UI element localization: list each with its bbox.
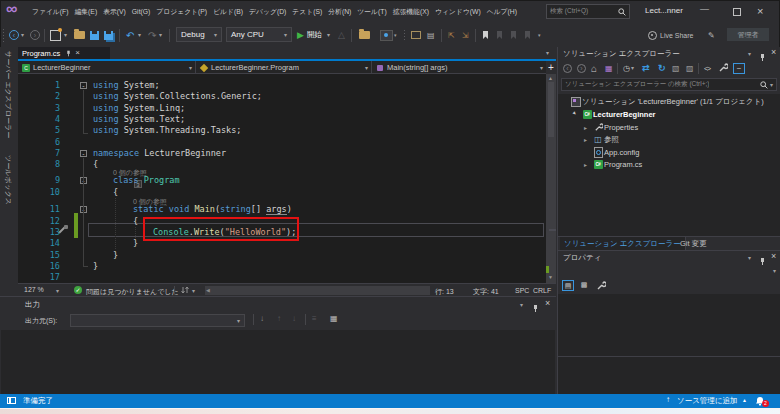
screenshot-chevron[interactable]: ▾ — [394, 23, 397, 47]
menu-4[interactable]: プロジェクト(P) — [153, 7, 210, 17]
doc-list-chevron-icon[interactable]: ▾ — [546, 50, 549, 56]
save-all-icon[interactable] — [104, 23, 113, 47]
bookmark-clear-icon[interactable] — [525, 23, 530, 47]
live-share-label[interactable]: Live Share — [660, 23, 693, 47]
breadcrumb-class[interactable]: LecturerBeginner.Program ▾ — [196, 61, 372, 74]
se-show-all-files-icon[interactable]: ▧ — [672, 62, 680, 74]
scroll-up-icon[interactable]: ▲ — [548, 75, 553, 81]
scroll-thumb[interactable] — [548, 82, 554, 137]
output-clear-icon[interactable]: ▦ — [330, 314, 338, 323]
pin-icon[interactable] — [66, 49, 72, 56]
add-to-source-control[interactable]: ソース管理に追加 — [677, 396, 738, 406]
output-menu-chevron-icon[interactable]: ▾ — [520, 302, 523, 308]
output-source-combo[interactable]: ▾ — [70, 314, 245, 327]
tree-item-4[interactable]: App.config — [558, 146, 780, 158]
platform-combo[interactable]: Any CPU▾ — [226, 27, 292, 42]
menu-2[interactable]: 表示(V) — [100, 7, 129, 17]
maximize-button[interactable] — [733, 8, 741, 16]
scroll-down-icon[interactable]: ▼ — [548, 274, 553, 280]
nav-doc2-icon[interactable]: ⇲ — [462, 23, 469, 47]
property-pages-wrench-icon[interactable] — [596, 281, 606, 291]
tab-close-icon[interactable]: × — [75, 49, 80, 57]
nav-doc1-icon[interactable]: ⇱ — [448, 23, 455, 47]
properties-menu-chevron-icon[interactable]: ▾ — [748, 255, 751, 261]
properties-close-icon[interactable]: × — [771, 251, 776, 261]
live-share-icon[interactable] — [648, 23, 657, 47]
add-item-folder-icon[interactable] — [359, 23, 370, 47]
se-collapse-all-icon[interactable]: − — [733, 62, 745, 74]
se-code-icon[interactable]: <> — [704, 62, 710, 74]
tree-item-3[interactable]: ▸◫参照 — [558, 134, 780, 146]
output-content[interactable] — [1, 330, 555, 394]
tab-git-changes[interactable]: Git 変更 — [680, 239, 707, 249]
categorized-icon[interactable]: ▤ — [562, 280, 574, 291]
nav-back-icon[interactable]: ‹ — [9, 23, 19, 47]
diff-icon[interactable] — [181, 286, 189, 294]
se-collapse-assets-icon[interactable]: ▨ — [686, 62, 694, 74]
output-goto-icon[interactable]: ↓ — [260, 314, 264, 323]
tree-item-5[interactable]: ▸C#Program.cs — [558, 159, 780, 171]
bookmark-icon[interactable] — [483, 23, 488, 47]
tab-solution-explorer[interactable]: ソリューション エクスプローラー — [560, 237, 686, 251]
se-forward-icon[interactable]: › — [577, 62, 586, 74]
breadcrumb-project[interactable]: C LecturerBeginner ▾ — [18, 61, 196, 74]
menu-12[interactable]: ヘルプ(H) — [484, 7, 520, 17]
alphabetical-icon[interactable]: ▩ — [578, 280, 590, 291]
menu-10[interactable]: 拡張機能(X) — [390, 7, 432, 17]
horizontal-scrollbar[interactable]: ◀ — [205, 286, 430, 295]
se-sync-icon[interactable]: ⇄ — [642, 62, 650, 74]
rail-tab-0[interactable]: サーバー エクスプローラー — [3, 51, 13, 138]
se-search-box[interactable]: ソリューション エクスプローラー の検索 (Ctrl+;) ▾ — [561, 78, 777, 91]
start-chevron[interactable]: ▾ — [327, 23, 330, 47]
menu-7[interactable]: テスト(S) — [289, 7, 325, 17]
feedback-icon[interactable]: ✎ — [708, 23, 715, 47]
output-prev-icon[interactable]: ↑ — [277, 314, 281, 323]
screenshot-icon[interactable] — [380, 23, 393, 47]
se-home-icon[interactable]: ⌂ — [591, 62, 597, 74]
save-icon[interactable] — [90, 23, 99, 47]
debug-config-combo[interactable]: Debug▾ — [176, 27, 222, 42]
nav-forward-icon[interactable]: › — [30, 23, 40, 47]
new-project-chevron[interactable]: ▾ — [64, 23, 67, 47]
source-control-chevron-icon[interactable]: ▲ — [742, 397, 747, 403]
output-next-icon[interactable]: ↓ — [292, 314, 296, 323]
breadcrumb-method[interactable]: Main(string[] args) ▾ — [372, 61, 546, 74]
bookmark-next-icon[interactable] — [511, 23, 516, 47]
minimize-button[interactable]: — — [700, 4, 709, 14]
tree-item-2[interactable]: ▸Properties — [558, 121, 780, 133]
redo-chevron[interactable]: ▾ — [159, 23, 162, 47]
menu-0[interactable]: ファイル(F) — [29, 7, 72, 17]
menu-3[interactable]: Git(G) — [129, 8, 154, 15]
nav-back-chevron[interactable]: ▾ — [21, 23, 24, 47]
undo-icon[interactable]: ↶ — [126, 23, 134, 47]
tree-item-1[interactable]: ▸C#LecturerBeginner — [558, 109, 780, 121]
close-button[interactable]: × — [757, 5, 763, 17]
tab-program-cs[interactable]: Program.cs × — [18, 47, 110, 59]
se-switch-views-icon[interactable]: ▦ — [605, 62, 613, 74]
se-menu-chevron-icon[interactable]: ▾ — [748, 51, 751, 57]
rail-tab-1[interactable]: ツールボックス — [3, 155, 13, 205]
se-pending-icon[interactable]: ◷▾ — [623, 62, 634, 74]
doc-copy-icon[interactable]: ▤ — [427, 23, 435, 47]
quick-search-box[interactable]: 検索 (Ctrl+Q) — [546, 4, 630, 19]
folder-outline-icon[interactable] — [411, 23, 421, 47]
redo-icon[interactable]: ↷ — [148, 23, 156, 47]
zoom-level[interactable]: 127 % — [24, 286, 44, 293]
menu-8[interactable]: 分析(N) — [325, 7, 354, 17]
new-project-icon[interactable] — [50, 23, 61, 47]
menu-6[interactable]: デバッグ(D) — [246, 7, 289, 17]
se-refresh-icon[interactable]: ↻ — [658, 62, 666, 74]
menu-1[interactable]: 編集(E) — [72, 7, 101, 17]
menu-9[interactable]: ツール(T) — [354, 7, 389, 17]
push-arrow-icon[interactable]: ↑ — [666, 395, 670, 404]
se-properties-wrench-icon[interactable] — [718, 62, 728, 74]
start-debug-button[interactable]: ▶開始 — [297, 23, 322, 47]
output-close-icon[interactable]: × — [545, 298, 550, 308]
hot-reload-icon[interactable]: △ — [338, 23, 345, 47]
editor-vertical-scrollbar[interactable]: ▲ ▼ — [546, 74, 556, 283]
tree-item-0[interactable]: ソリューション 'LecturerBeginner' (1/1 プロジェクト) — [558, 96, 780, 108]
open-folder-icon[interactable] — [74, 23, 85, 47]
output-wrap-icon[interactable]: ≡ — [312, 314, 317, 323]
menu-11[interactable]: ウィンドウ(W) — [432, 7, 484, 17]
toolbar-overflow-chevron[interactable]: ▾ — [538, 23, 541, 47]
